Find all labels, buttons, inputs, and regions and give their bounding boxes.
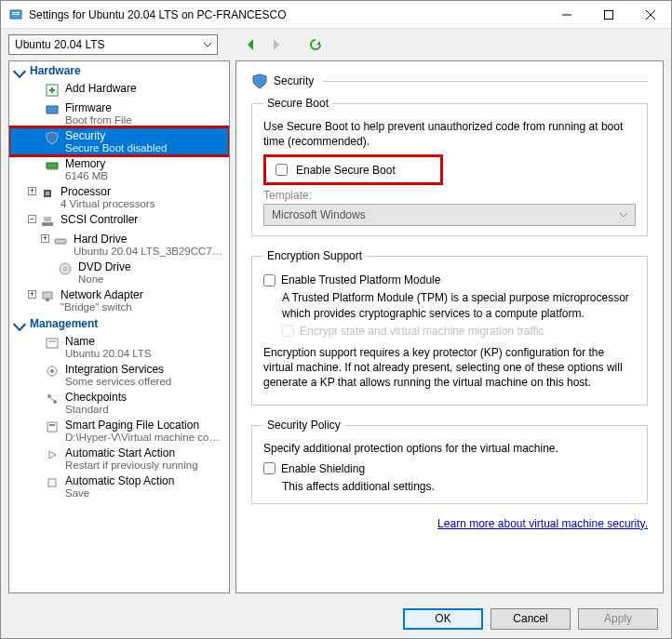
svg-rect-34 bbox=[48, 479, 56, 486]
secure-boot-legend: Secure Boot bbox=[263, 97, 332, 110]
encryption-legend: Encryption Support bbox=[263, 249, 366, 262]
template-select: Microsoft Windows bbox=[263, 204, 636, 226]
sidebar-item-paging[interactable]: Smart Paging File LocationD:\Hyper-V\Vir… bbox=[9, 417, 229, 445]
expand-icon[interactable]: + bbox=[41, 234, 49, 243]
enable-shielding-checkbox[interactable] bbox=[263, 462, 276, 474]
sidebar-item-autostop[interactable]: Automatic Stop ActionSave bbox=[9, 473, 229, 500]
enable-tpm-checkbox[interactable] bbox=[263, 274, 276, 286]
sidebar-item-firmware[interactable]: FirmwareBoot from File bbox=[9, 100, 229, 127]
template-label: Template: bbox=[263, 189, 636, 202]
enable-secure-boot-label: Enable Secure Boot bbox=[296, 164, 396, 177]
minimize-button[interactable] bbox=[545, 1, 587, 29]
add-hardware-icon bbox=[45, 83, 60, 98]
sidebar-item-sub: 4 Virtual processors bbox=[60, 198, 225, 209]
svg-rect-2 bbox=[12, 14, 20, 15]
sidebar-item-processor[interactable]: + Processor4 Virtual processors bbox=[9, 183, 229, 211]
sidebar-item-label: Add Hardware bbox=[65, 82, 225, 95]
sidebar-item-sub: Boot from File bbox=[65, 114, 225, 126]
secure-boot-group: Secure Boot Use Secure Boot to help prev… bbox=[251, 97, 648, 236]
sidebar-item-autostart[interactable]: Automatic Start ActionRestart if previou… bbox=[9, 445, 229, 473]
sidebar-item-network[interactable]: + Network Adapter"Bridge" switch bbox=[9, 286, 229, 314]
scsi-icon bbox=[40, 214, 55, 229]
svg-rect-24 bbox=[46, 299, 49, 301]
hardware-section-header[interactable]: Hardware bbox=[9, 61, 229, 80]
encrypt-traffic-checkbox bbox=[282, 325, 294, 337]
collapse-icon[interactable]: − bbox=[28, 215, 36, 223]
svg-rect-4 bbox=[604, 10, 612, 19]
sidebar-item-label: Automatic Stop Action bbox=[65, 474, 225, 487]
svg-rect-20 bbox=[55, 239, 66, 244]
svg-rect-19 bbox=[44, 217, 51, 221]
sidebar-item-label: Integration Services bbox=[65, 363, 225, 376]
sidebar-item-sub: Ubuntu 20.04 LTS bbox=[65, 348, 225, 359]
sidebar-item-add-hardware[interactable]: Add Hardware bbox=[9, 80, 229, 100]
vm-selector[interactable]: Ubuntu 20.04 LTS bbox=[8, 34, 218, 55]
management-section-header[interactable]: Management bbox=[9, 314, 229, 333]
svg-rect-18 bbox=[42, 222, 53, 226]
svg-rect-23 bbox=[43, 292, 52, 299]
sidebar-item-label: Smart Paging File Location bbox=[65, 419, 225, 432]
processor-icon bbox=[40, 186, 55, 201]
sidebar-item-dvd[interactable]: DVD DriveNone bbox=[9, 259, 229, 286]
tpm-desc: A Trusted Platform Module (TPM) is a spe… bbox=[282, 290, 636, 320]
sidebar-item-label: Name bbox=[65, 335, 225, 348]
cancel-button[interactable]: Cancel bbox=[491, 608, 571, 630]
learn-more-link[interactable]: Learn more about virtual machine securit… bbox=[251, 517, 648, 530]
sidebar-item-sub: Ubuntu 20.04 LTS_3B29CC71-... bbox=[74, 246, 225, 257]
svg-rect-17 bbox=[46, 192, 49, 195]
secure-boot-desc: Use Secure Boot to help prevent unauthor… bbox=[263, 119, 636, 149]
sidebar-item-checkpoints[interactable]: CheckpointsStandard bbox=[9, 389, 229, 417]
chevron-down-icon bbox=[204, 43, 211, 47]
ok-button[interactable]: OK bbox=[403, 608, 483, 630]
expand-icon[interactable]: + bbox=[28, 187, 36, 195]
security-policy-legend: Security Policy bbox=[263, 419, 344, 432]
toolbar: Ubuntu 20.04 LTS bbox=[1, 29, 671, 60]
nav-forward-button[interactable] bbox=[266, 34, 287, 55]
sidebar-item-integration[interactable]: Integration ServicesSome services offere… bbox=[9, 361, 229, 389]
sidebar-item-memory[interactable]: Memory6146 MB bbox=[9, 155, 229, 183]
refresh-button[interactable] bbox=[305, 34, 326, 55]
vm-selector-value: Ubuntu 20.04 LTS bbox=[15, 38, 105, 51]
sidebar-item-label: Automatic Start Action bbox=[65, 446, 225, 459]
content-panel: Security Secure Boot Use Secure Boot to … bbox=[235, 60, 664, 593]
autostart-icon bbox=[45, 447, 60, 462]
shield-icon bbox=[251, 73, 268, 89]
close-button[interactable] bbox=[629, 1, 671, 29]
firmware-icon bbox=[45, 102, 60, 117]
template-value: Microsoft Windows bbox=[272, 208, 366, 221]
integration-icon bbox=[45, 364, 60, 379]
sidebar-item-sub: D:\Hyper-V\Virtual machine config... bbox=[65, 432, 225, 443]
svg-line-31 bbox=[49, 396, 55, 402]
name-icon bbox=[45, 336, 60, 351]
sidebar-item-label: Network Adapter bbox=[60, 288, 225, 301]
sidebar-item-label: SCSI Controller bbox=[60, 213, 225, 226]
nav-back-button[interactable] bbox=[240, 34, 261, 55]
enable-secure-boot-highlight: Enable Secure Boot bbox=[263, 154, 443, 185]
svg-point-28 bbox=[50, 369, 54, 373]
enable-shielding-label: Enable Shielding bbox=[281, 462, 365, 475]
security-policy-desc: Specify additional protection options fo… bbox=[263, 441, 636, 456]
sidebar-item-sub: None bbox=[78, 273, 225, 285]
sidebar-item-sub: Restart if previously running bbox=[65, 459, 225, 471]
svg-rect-32 bbox=[47, 422, 57, 432]
kp-desc: Encryption support requires a key protec… bbox=[263, 345, 636, 391]
enable-secure-boot-checkbox[interactable] bbox=[276, 164, 288, 176]
svg-point-22 bbox=[64, 268, 67, 271]
sidebar-item-security[interactable]: SecuritySecure Boot disabled bbox=[9, 127, 229, 155]
shielding-desc: This affects additional settings. bbox=[282, 479, 636, 494]
sidebar-item-label: Processor bbox=[60, 185, 225, 198]
sidebar-item-label: DVD Drive bbox=[78, 260, 225, 273]
checkpoints-icon bbox=[45, 392, 60, 406]
expand-icon[interactable]: + bbox=[28, 290, 36, 299]
sidebar-item-label: Firmware bbox=[65, 101, 225, 114]
settings-tree[interactable]: Hardware Add Hardware FirmwareBoot from … bbox=[8, 60, 230, 593]
sidebar-item-name[interactable]: NameUbuntu 20.04 LTS bbox=[9, 333, 229, 361]
maximize-button[interactable] bbox=[587, 1, 629, 29]
sidebar-item-hard-drive[interactable]: + Hard DriveUbuntu 20.04 LTS_3B29CC71-..… bbox=[9, 231, 229, 259]
security-policy-group: Security Policy Specify additional prote… bbox=[251, 419, 648, 503]
sidebar-item-sub: Save bbox=[65, 487, 225, 499]
title-bar: Settings for Ubuntu 20.04 LTS on PC-FRAN… bbox=[1, 1, 671, 29]
sidebar-item-scsi[interactable]: − SCSI Controller bbox=[9, 211, 229, 231]
memory-icon bbox=[45, 158, 60, 173]
network-icon bbox=[40, 289, 55, 304]
